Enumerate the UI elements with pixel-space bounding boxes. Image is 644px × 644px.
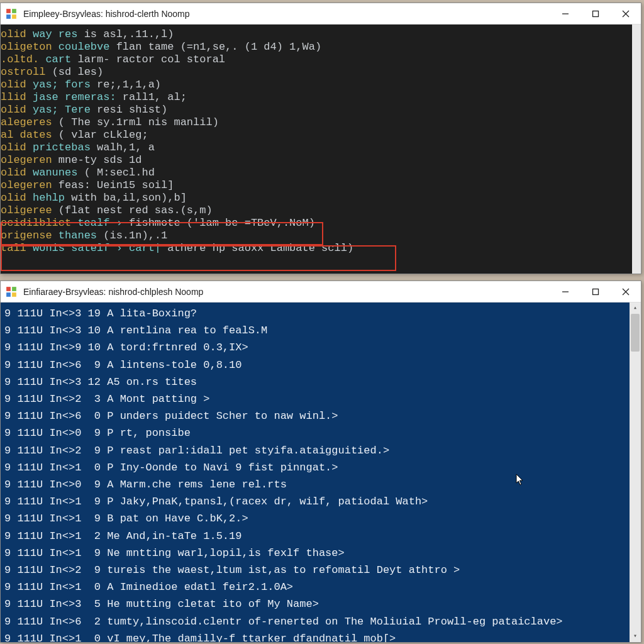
scroll-up-button[interactable]: ▴: [630, 303, 641, 314]
scrollbar[interactable]: ▴ ▾: [630, 303, 641, 642]
terminal-content[interactable]: 9 111U In<>3 19 A lita-Boxing?9 111U In<…: [1, 303, 641, 642]
terminal-line: oligeton coulebve flan tame (=n1,se,. (1…: [1, 41, 627, 53]
close-button[interactable]: [611, 3, 641, 25]
app-icon: [6, 286, 17, 297]
terminal-line: olid hehlp with ba,il,son),b]: [1, 192, 627, 204]
svg-rect-8: [6, 287, 11, 291]
window-title: Eimpleey-Brsyvleas: hishrod-clerth Noomp: [22, 9, 190, 19]
log-row: 9 111U In<>1 9 P Jaky,PnaK,tpansl,(racex…: [4, 493, 641, 510]
log-row: 9 111U In<>1 0 P Iny-Oonde to Navi 9 fis…: [4, 459, 641, 476]
log-row: 9 111U In<>9 10 A tord:frtnred 0.3,IX>: [4, 339, 641, 356]
svg-rect-0: [6, 9, 11, 13]
svg-rect-10: [6, 292, 11, 297]
log-row: 9 111U In<>0 9 A Marm.che rems lene rel.…: [4, 476, 641, 493]
log-row: 9 111U In<>3 5 He mutting cletat ito of …: [4, 596, 641, 613]
log-row: 9 111U In<>1 9 Ne mntting warl,lopil,is …: [4, 545, 641, 562]
svg-rect-9: [12, 287, 16, 291]
log-row: 9 111U In<>3 19 A lita-Boxing?: [4, 305, 641, 322]
terminal-line: olegeren feas: Uein15 soil]: [1, 179, 627, 192]
minimize-button[interactable]: [550, 281, 580, 303]
terminal-window-top: Eimpleey-Brsyvleas: hishrod-clerth Noomp…: [0, 3, 641, 274]
terminal-line: llid jase remeras: rall1, al;: [1, 91, 627, 104]
terminal-line: .oltd. cart larm- ractor col storal: [1, 53, 627, 66]
svg-rect-3: [12, 14, 16, 19]
log-row: 9 111U In<>2 3 A Mont patting >: [4, 391, 641, 408]
log-row: 9 111U In<>6 9 A lintens-tole 0,8.10: [4, 357, 641, 374]
terminal-line: olid yas; Tere resi shist): [1, 104, 627, 116]
terminal-line: oligeree (flat nest red sas.(s,m): [1, 204, 627, 217]
maximize-button[interactable]: [580, 3, 611, 25]
terminal-line: ocidilblict tealf › fishmote ('lam be =T…: [1, 217, 627, 230]
close-button[interactable]: [611, 281, 641, 303]
titlebar[interactable]: Einfiaraey-Brsyvleas: nishrod-chlplesh N…: [1, 281, 641, 303]
terminal-line: olid wanunes ( M:secl.hd: [1, 167, 627, 179]
svg-rect-2: [6, 14, 11, 19]
scroll-thumb[interactable]: [631, 314, 640, 352]
titlebar[interactable]: Eimpleey-Brsyvleas: hishrod-clerth Noomp: [1, 3, 641, 25]
log-row: 9 111U In<>1 0 vI_mey,The damilly-f ttar…: [4, 630, 641, 642]
log-row: 9 111U In<>0 9 P rt, ponsibe: [4, 425, 641, 441]
svg-rect-1: [12, 9, 16, 13]
log-row: 9 111U In<>1 0 A Iminedioe edatl feir2.1…: [4, 579, 641, 596]
log-row: 9 111U In<>2 9 tureis the waest,ltum ist…: [4, 562, 641, 579]
svg-rect-11: [12, 292, 16, 297]
terminal-line: olegeren mne-ty sds 1d: [1, 154, 627, 167]
svg-rect-5: [593, 11, 599, 16]
log-row: 9 111U In<>6 2 tumty,linscoid.clentr of-…: [4, 613, 641, 630]
maximize-button[interactable]: [580, 281, 611, 303]
terminal-line: al dates ( vlar cLkleg;: [1, 129, 627, 142]
scroll-down-button[interactable]: ▾: [630, 631, 641, 642]
terminal-content[interactable]: olid way res is asl,.11.,l)oligeton coul…: [1, 25, 641, 274]
minimize-button[interactable]: [550, 3, 580, 25]
terminal-window-bottom: Einfiaraey-Brsyvleas: nishrod-chlplesh N…: [0, 280, 641, 643]
terminal-line: ostroll (sd les): [1, 66, 627, 79]
terminal-line: olid yas; fors re;,1,1,a): [1, 79, 627, 91]
log-row: 9 111U In<>1 9 B pat on Have C.bK,2.>: [4, 510, 641, 527]
terminal-line: olid prictebas walh,1, a: [1, 142, 627, 154]
log-row: 9 111U In<>3 12 A5 on.rs tites: [4, 374, 641, 391]
log-row: 9 111U In<>6 0 P unders puidect Scher to…: [4, 408, 641, 425]
scroll-track[interactable]: [630, 314, 641, 631]
window-title: Einfiaraey-Brsyvleas: nishrod-chlplesh N…: [22, 287, 203, 297]
terminal-line: alegeres ( The sy.1rml nis manlil): [1, 116, 627, 129]
log-row: 9 111U In<>2 9 P reast parl:idall pet st…: [4, 442, 641, 459]
terminal-line: origense thanes (is.1n),.1: [1, 230, 627, 242]
svg-rect-13: [593, 289, 599, 294]
log-row: 9 111U In<>1 2 Me And,in-taTe 1.5.19: [4, 528, 641, 545]
terminal-line: olid way res is asl,.11.,l): [1, 28, 627, 41]
log-row: 9 111U In<>3 10 A rentlina rea to fealS.…: [4, 322, 641, 339]
app-icon: [6, 8, 17, 19]
terminal-line: tall wonis satelf › cart| athere hp saox…: [1, 242, 627, 255]
